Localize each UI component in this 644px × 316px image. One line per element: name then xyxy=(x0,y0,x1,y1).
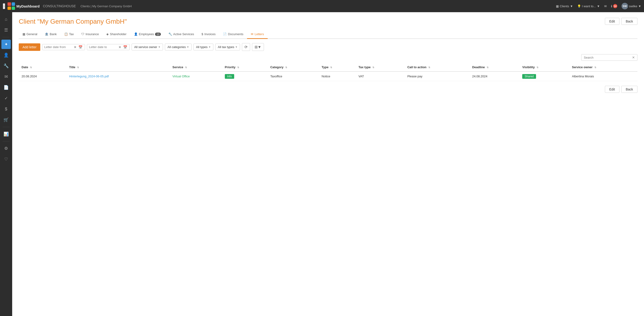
page-header: Client "My German Company GmbH" Edit Bac… xyxy=(19,18,638,25)
table-body: 20.08.2024 Hinterlegung_2024-06-05.pdf V… xyxy=(19,72,638,81)
sort-service-icon: ⇅ xyxy=(185,66,187,69)
back-button-bottom[interactable]: Back xyxy=(621,86,638,93)
col-category[interactable]: Category ⇅ xyxy=(268,63,319,72)
mail-button[interactable]: ✉ xyxy=(604,5,607,8)
sidebar-item-shop[interactable]: 🛒 xyxy=(2,115,11,125)
edit-button-bottom[interactable]: Edit xyxy=(605,86,620,93)
sidebar-item-tools[interactable]: 🔧 xyxy=(2,61,11,71)
title-link[interactable]: Hinterlegung_2024-06-05.pdf xyxy=(69,75,109,78)
tab-letters[interactable]: ✉ Letters xyxy=(247,30,268,39)
types-arrow-icon: ▼ xyxy=(208,46,211,48)
tax-icon: 📋 xyxy=(64,32,68,36)
sort-owner-icon: ⇅ xyxy=(594,66,596,69)
bottom-buttons: Edit Back xyxy=(19,86,638,93)
filter-bar: Add letter ✕ 📅 ✕ 📅 All service owner ▼ A… xyxy=(19,43,638,51)
i-want-to-button[interactable]: 💡 I want to... ▼ xyxy=(577,5,600,8)
tax-types-select[interactable]: All tax types ▼ xyxy=(215,44,240,50)
navbar-logo: MyDashboard xyxy=(8,2,40,10)
clear-search-button[interactable]: ✕ xyxy=(632,56,635,59)
info-icon: ℹ xyxy=(611,5,612,8)
clear-date-to-button[interactable]: ✕ xyxy=(118,45,122,49)
sort-visibility-icon: ⇅ xyxy=(536,66,538,69)
cell-title[interactable]: Hinterlegung_2024-06-05.pdf xyxy=(66,72,170,81)
col-deadline[interactable]: Deadline ⇅ xyxy=(469,63,520,72)
navbar-brand: MyDashboard xyxy=(16,4,40,8)
sidebar-item-finance[interactable]: $ xyxy=(2,104,11,114)
invoices-icon: $ xyxy=(202,32,203,36)
visibility-badge: Shared xyxy=(522,74,536,79)
search-input-wrap[interactable]: ✕ xyxy=(581,54,638,61)
col-priority[interactable]: Priority ⇅ xyxy=(222,63,268,72)
tab-insurance[interactable]: 🛡 Insurance xyxy=(78,30,102,39)
shareholder-icon: ◈ xyxy=(106,32,109,36)
tab-active-services[interactable]: 🔧 Active Services xyxy=(165,30,198,39)
sidebar-item-settings[interactable]: ⚙ xyxy=(2,144,11,153)
sidebar-item-reports[interactable]: 📊 xyxy=(2,129,11,139)
sort-date-icon: ⇅ xyxy=(30,66,32,69)
tab-employees[interactable]: 👤 Employees 10 xyxy=(130,30,165,39)
sort-type-icon: ⇅ xyxy=(330,66,332,69)
col-date[interactable]: Date ⇅ xyxy=(19,63,66,72)
letter-date-from-input[interactable]: ✕ 📅 xyxy=(42,44,85,50)
clients-button[interactable]: ▦ Clients ▼ xyxy=(556,5,573,8)
sidebar-item-home[interactable]: ⌂ xyxy=(2,15,11,24)
col-title[interactable]: Title ⇅ xyxy=(66,63,170,72)
date-from-field[interactable] xyxy=(44,45,72,49)
service-owner-select[interactable]: All service owner ▼ xyxy=(132,44,163,50)
cell-call-to-action: Please pay xyxy=(404,72,469,81)
sidebar-divider-3 xyxy=(2,141,10,141)
cell-service-owner: Albertina Morais xyxy=(569,72,638,81)
tab-shareholder[interactable]: ◈ Shareholder xyxy=(102,30,130,39)
navbar-toggle[interactable]: › xyxy=(3,3,5,9)
tab-bank[interactable]: 🏦 Bank xyxy=(41,30,60,39)
user-menu-button[interactable]: SW swilke ▼ xyxy=(622,3,641,9)
categories-select[interactable]: All categories ▼ xyxy=(165,44,192,50)
col-tax-type[interactable]: Tax type ⇅ xyxy=(356,63,405,72)
search-bar: ✕ xyxy=(19,54,638,61)
tab-documents[interactable]: 📄 Documents xyxy=(219,30,247,39)
letter-date-to-input[interactable]: ✕ 📅 xyxy=(87,44,130,50)
sidebar-divider-2 xyxy=(2,127,10,127)
main-content: Client "My German Company GmbH" Edit Bac… xyxy=(12,12,644,316)
tab-tax[interactable]: 📋 Tax xyxy=(60,30,78,39)
refresh-button[interactable]: ⟳ xyxy=(242,43,250,51)
sidebar-item-documents[interactable]: 📄 xyxy=(2,83,11,92)
view-toggle-button[interactable]: ⊞▼ xyxy=(252,43,264,51)
tab-general[interactable]: ▦ General xyxy=(19,30,41,39)
letters-icon: ✉ xyxy=(251,32,254,36)
sort-title-icon: ⇅ xyxy=(77,66,79,69)
calendar-from-button[interactable]: 📅 xyxy=(78,45,83,49)
col-call-to-action[interactable]: Call to action ⇅ xyxy=(404,63,469,72)
chevron-down-icon-3: ▼ xyxy=(638,5,641,8)
sidebar-item-messages[interactable]: ✉ xyxy=(2,72,11,81)
search-input[interactable] xyxy=(584,56,631,59)
date-to-field[interactable] xyxy=(89,45,117,49)
col-type[interactable]: Type ⇅ xyxy=(319,63,356,72)
sidebar-item-tasks[interactable]: ✓ xyxy=(2,94,11,103)
info-button[interactable]: ℹ 14 xyxy=(611,4,617,8)
cell-service[interactable]: Virtual Office xyxy=(170,72,222,81)
add-letter-button[interactable]: Add letter xyxy=(19,43,40,51)
sort-category-icon: ⇅ xyxy=(285,66,287,69)
types-select[interactable]: All types ▼ xyxy=(194,44,213,50)
col-service-owner[interactable]: Service owner ⇅ xyxy=(569,63,638,72)
avatar: SW xyxy=(622,3,628,9)
categories-arrow-icon: ▼ xyxy=(187,46,189,48)
sidebar-item-dashboard[interactable]: ✦ xyxy=(2,40,11,49)
cell-visibility: Shared xyxy=(520,72,569,81)
sort-cta-icon: ⇅ xyxy=(428,66,430,69)
col-service[interactable]: Service ⇅ xyxy=(170,63,222,72)
calendar-to-button[interactable]: 📅 xyxy=(123,45,128,49)
edit-button-top[interactable]: Edit xyxy=(605,18,620,25)
sidebar-item-clients[interactable]: 👤 xyxy=(2,50,11,60)
sidebar-item-menu[interactable]: ☰ xyxy=(2,25,11,35)
back-button-top[interactable]: Back xyxy=(621,18,638,25)
service-owner-arrow-icon: ▼ xyxy=(158,46,160,48)
tab-invoices[interactable]: $ Invoices xyxy=(198,30,219,39)
service-link[interactable]: Virtual Office xyxy=(172,75,190,78)
active-services-icon: 🔧 xyxy=(168,32,172,36)
sidebar-item-health[interactable]: ♡ xyxy=(2,154,11,164)
col-visibility[interactable]: Visibility ⇅ xyxy=(520,63,569,72)
clear-date-from-button[interactable]: ✕ xyxy=(73,45,77,49)
sort-priority-icon: ⇅ xyxy=(237,66,239,69)
